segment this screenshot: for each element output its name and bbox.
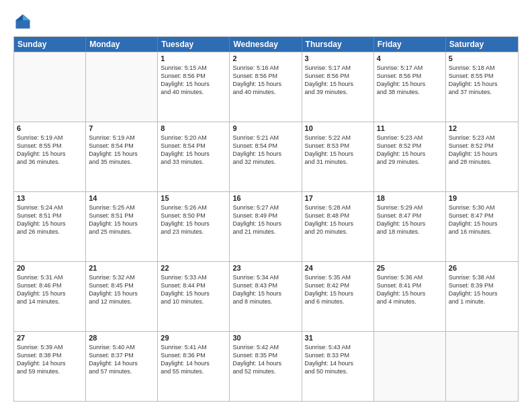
calendar-cell: 25Sunrise: 5:36 AMSunset: 8:41 PMDayligh… [374, 262, 446, 331]
cell-line: Sunrise: 5:16 AM [232, 64, 298, 72]
calendar-row: 20Sunrise: 5:31 AMSunset: 8:46 PMDayligh… [14, 261, 518, 331]
calendar-cell: 19Sunrise: 5:30 AMSunset: 8:47 PMDayligh… [446, 192, 518, 261]
calendar-cell [374, 332, 446, 401]
cell-line: Daylight: 15 hours [449, 150, 515, 158]
cell-line: Sunset: 8:51 PM [17, 212, 83, 220]
cell-line: Sunrise: 5:17 AM [305, 64, 371, 72]
cell-line: Sunrise: 5:24 AM [17, 203, 83, 212]
page: SundayMondayTuesdayWednesdayThursdayFrid… [0, 0, 532, 411]
calendar-cell: 11Sunrise: 5:23 AMSunset: 8:52 PMDayligh… [374, 122, 446, 191]
cell-line: Sunset: 8:43 PM [232, 281, 298, 289]
day-number: 19 [449, 194, 515, 202]
day-number: 25 [377, 264, 443, 272]
cell-line: Sunset: 8:55 PM [449, 72, 515, 80]
cell-line: Daylight: 14 hours [17, 359, 83, 367]
calendar-cell: 23Sunrise: 5:34 AMSunset: 8:43 PMDayligh… [230, 262, 302, 331]
cell-line: and 12 minutes. [89, 298, 154, 306]
day-number: 14 [89, 194, 154, 202]
weekday-header: Monday [86, 37, 158, 52]
cell-line: Sunset: 8:41 PM [377, 281, 443, 289]
cell-line: Sunrise: 5:25 AM [89, 203, 154, 212]
cell-line: Daylight: 15 hours [17, 220, 83, 228]
cell-line: Sunset: 8:56 PM [161, 72, 226, 80]
day-number: 4 [377, 54, 443, 62]
weekday-header: Wednesday [230, 37, 302, 52]
cell-line: Sunset: 8:47 PM [377, 212, 443, 220]
svg-marker-2 [16, 15, 24, 21]
cell-line: Sunrise: 5:20 AM [161, 134, 226, 142]
cell-line: Daylight: 15 hours [17, 289, 83, 298]
cell-line: Sunrise: 5:22 AM [305, 134, 371, 142]
cell-line: Sunset: 8:54 PM [161, 142, 226, 150]
cell-line: Daylight: 15 hours [449, 289, 515, 298]
calendar-cell: 14Sunrise: 5:25 AMSunset: 8:51 PMDayligh… [86, 192, 158, 261]
cell-line: Sunset: 8:54 PM [89, 142, 154, 150]
cell-line: Sunrise: 5:15 AM [161, 64, 226, 72]
day-number: 2 [232, 54, 298, 62]
cell-line: Daylight: 15 hours [89, 150, 154, 158]
cell-line: and 21 minutes. [232, 228, 298, 236]
calendar-cell: 9Sunrise: 5:21 AMSunset: 8:54 PMDaylight… [230, 122, 302, 191]
calendar-cell: 21Sunrise: 5:32 AMSunset: 8:45 PMDayligh… [86, 262, 158, 331]
calendar-row: 27Sunrise: 5:39 AMSunset: 8:38 PMDayligh… [14, 331, 518, 401]
cell-line: Sunrise: 5:36 AM [377, 273, 443, 281]
cell-line: Sunset: 8:56 PM [232, 72, 298, 80]
cell-line: Daylight: 15 hours [305, 150, 371, 158]
cell-line: Sunset: 8:46 PM [17, 281, 83, 289]
cell-line: Daylight: 15 hours [232, 150, 298, 158]
cell-line: Sunset: 8:38 PM [17, 351, 83, 359]
calendar-cell: 27Sunrise: 5:39 AMSunset: 8:38 PMDayligh… [14, 332, 86, 401]
day-number: 22 [161, 264, 226, 272]
calendar-header: SundayMondayTuesdayWednesdayThursdayFrid… [14, 37, 518, 52]
calendar-row: 13Sunrise: 5:24 AMSunset: 8:51 PMDayligh… [14, 191, 518, 261]
day-number: 31 [305, 334, 371, 342]
cell-line: Sunrise: 5:29 AM [377, 203, 443, 212]
weekday-header: Sunday [14, 37, 86, 52]
cell-line: Daylight: 15 hours [305, 80, 371, 88]
logo-icon [13, 12, 32, 31]
calendar-cell: 3Sunrise: 5:17 AMSunset: 8:56 PMDaylight… [302, 52, 374, 122]
cell-line: and 32 minutes. [232, 158, 298, 166]
header [13, 12, 519, 31]
cell-line: Sunrise: 5:19 AM [89, 134, 154, 142]
calendar-cell: 6Sunrise: 5:19 AMSunset: 8:55 PMDaylight… [14, 122, 86, 191]
day-number: 9 [232, 124, 298, 132]
cell-line: Sunrise: 5:41 AM [161, 343, 226, 351]
calendar-cell [446, 332, 518, 401]
weekday-header: Saturday [446, 37, 518, 52]
cell-line: Daylight: 15 hours [17, 150, 83, 158]
day-number: 10 [305, 124, 371, 132]
cell-line: Daylight: 15 hours [377, 289, 443, 298]
cell-line: Daylight: 15 hours [377, 80, 443, 88]
cell-line: Sunset: 8:51 PM [89, 212, 154, 220]
cell-line: Daylight: 15 hours [449, 80, 515, 88]
cell-line: and 28 minutes. [449, 158, 515, 166]
cell-line: Sunrise: 5:26 AM [161, 203, 226, 212]
cell-line: Sunrise: 5:21 AM [232, 134, 298, 142]
calendar-cell: 29Sunrise: 5:41 AMSunset: 8:36 PMDayligh… [158, 332, 230, 401]
cell-line: Sunrise: 5:32 AM [89, 273, 154, 281]
cell-line: and 6 minutes. [305, 298, 371, 306]
calendar-cell: 13Sunrise: 5:24 AMSunset: 8:51 PMDayligh… [14, 192, 86, 261]
calendar-cell [14, 52, 86, 122]
calendar-cell: 15Sunrise: 5:26 AMSunset: 8:50 PMDayligh… [158, 192, 230, 261]
cell-line: and 35 minutes. [89, 158, 154, 166]
cell-line: Sunset: 8:55 PM [17, 142, 83, 150]
cell-line: Sunrise: 5:28 AM [305, 203, 371, 212]
day-number: 1 [161, 54, 226, 62]
cell-line: and 16 minutes. [449, 228, 515, 236]
cell-line: Daylight: 15 hours [161, 80, 226, 88]
cell-line: Sunrise: 5:18 AM [449, 64, 515, 72]
cell-line: and 18 minutes. [377, 228, 443, 236]
day-number: 20 [17, 264, 83, 272]
calendar-cell: 24Sunrise: 5:35 AMSunset: 8:42 PMDayligh… [302, 262, 374, 331]
cell-line: Sunset: 8:54 PM [232, 142, 298, 150]
cell-line: Sunrise: 5:35 AM [305, 273, 371, 281]
cell-line: Daylight: 15 hours [232, 80, 298, 88]
calendar-cell: 10Sunrise: 5:22 AMSunset: 8:53 PMDayligh… [302, 122, 374, 191]
calendar-cell: 17Sunrise: 5:28 AMSunset: 8:48 PMDayligh… [302, 192, 374, 261]
cell-line: and 14 minutes. [17, 298, 83, 306]
cell-line: and 4 minutes. [377, 298, 443, 306]
day-number: 6 [17, 124, 83, 132]
day-number: 13 [17, 194, 83, 202]
